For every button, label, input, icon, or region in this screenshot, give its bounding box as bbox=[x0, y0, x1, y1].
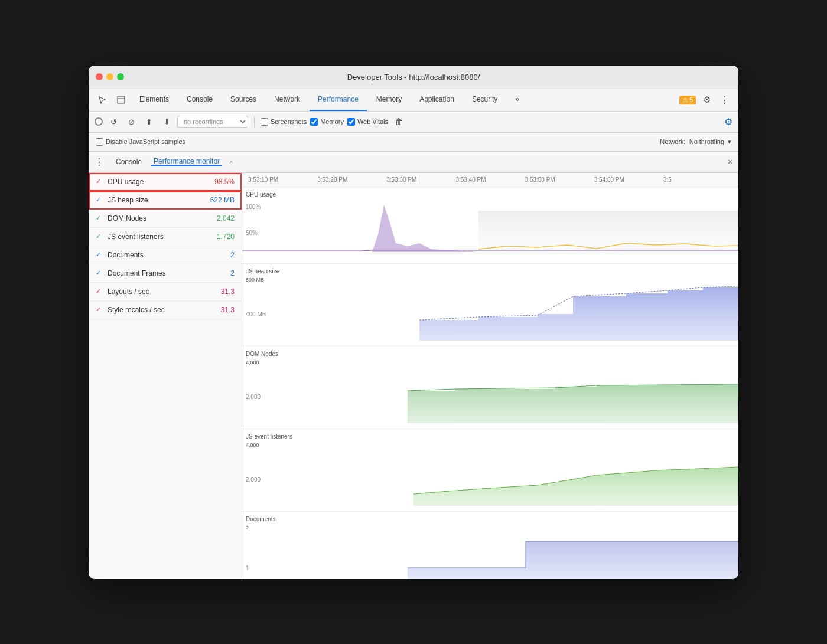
dom-nodes-chart: DOM Nodes4,000 2,000 bbox=[242, 346, 738, 429]
metric-js-event-listeners[interactable]: ✓ JS event listeners 1,720 bbox=[89, 228, 242, 246]
disable-js-samples-label[interactable]: Disable JavaScript samples bbox=[96, 138, 185, 146]
js-events-value: 1,720 bbox=[217, 233, 235, 241]
js-heap-chart-svg bbox=[242, 264, 738, 346]
disable-js-samples-checkbox[interactable] bbox=[96, 138, 103, 146]
time-label-1: 3:53:20 PM bbox=[317, 176, 386, 183]
cpu-50-label: 50% bbox=[246, 230, 258, 236]
recordings-select[interactable]: no recordings bbox=[177, 116, 248, 128]
time-label-6: 3:5 bbox=[663, 176, 732, 183]
documents-chart: Documents2 1 bbox=[242, 512, 738, 579]
documents-value: 2 bbox=[230, 251, 235, 259]
stop-recording-button[interactable]: ⊘ bbox=[124, 115, 138, 129]
style-recalcs-check-icon: ✓ bbox=[96, 306, 104, 313]
tab-network[interactable]: Network bbox=[266, 89, 308, 111]
warning-icon: ⚠ bbox=[682, 96, 688, 104]
traffic-lights bbox=[96, 73, 124, 80]
dom-nodes-label: DOM Nodes bbox=[108, 214, 213, 223]
time-label-3: 3:53:40 PM bbox=[455, 176, 525, 183]
more-options-icon[interactable]: ⋮ bbox=[717, 93, 731, 107]
cpu-usage-label: CPU usage bbox=[108, 178, 211, 186]
doc-frames-value: 2 bbox=[230, 269, 235, 277]
panel-tab-close-x[interactable]: × bbox=[229, 158, 233, 165]
screenshots-checkbox-label[interactable]: Screenshots bbox=[261, 118, 307, 126]
panel-tab-console[interactable]: Console bbox=[113, 158, 144, 166]
settings-icon[interactable]: ⚙ bbox=[699, 93, 714, 107]
cpu-check-icon: ✓ bbox=[96, 178, 104, 185]
metric-dom-nodes[interactable]: ✓ DOM Nodes 2,042 bbox=[89, 210, 242, 228]
panel-menu-icon[interactable]: ⋮ bbox=[95, 156, 104, 168]
minimize-traffic-light[interactable] bbox=[106, 73, 113, 80]
js-heap-check-icon: ✓ bbox=[96, 196, 104, 204]
layouts-value: 31.3 bbox=[221, 287, 235, 296]
metric-style-recalcs[interactable]: ✓ Style recalcs / sec 31.3 bbox=[89, 301, 242, 319]
js-events-chart-label: JS event listeners4,000 bbox=[246, 433, 292, 449]
web-vitals-checkbox[interactable] bbox=[347, 118, 355, 126]
charts-scroll[interactable]: CPU usage 100% 50% bbox=[242, 187, 738, 579]
maximize-traffic-light[interactable] bbox=[117, 73, 124, 80]
documents-chart-svg bbox=[242, 512, 738, 579]
main-content: ✓ CPU usage 98.5% ✓ JS heap size 622 MB … bbox=[89, 173, 738, 579]
screenshots-checkbox[interactable] bbox=[261, 118, 268, 126]
metrics-sidebar: ✓ CPU usage 98.5% ✓ JS heap size 622 MB … bbox=[89, 173, 242, 579]
metric-cpu-usage[interactable]: ✓ CPU usage 98.5% bbox=[89, 173, 242, 191]
upload-button[interactable]: ⬆ bbox=[142, 115, 156, 129]
cpu-usage-value: 98.5% bbox=[214, 178, 235, 186]
panel-icon[interactable] bbox=[112, 89, 130, 111]
cpu-chart-label: CPU usage bbox=[246, 191, 276, 199]
js-events-chart-svg bbox=[242, 429, 738, 512]
dom-nodes-check-icon: ✓ bbox=[96, 214, 104, 222]
memory-checkbox[interactable] bbox=[310, 118, 318, 126]
metric-layouts-sec[interactable]: ✓ Layouts / sec 31.3 bbox=[89, 283, 242, 301]
settings-gear-icon[interactable]: ⚙ bbox=[724, 117, 732, 127]
tab-elements[interactable]: Elements bbox=[131, 89, 177, 111]
layouts-check-icon: ✓ bbox=[96, 287, 104, 295]
cpu-usage-chart: CPU usage 100% 50% bbox=[242, 187, 738, 264]
delete-recordings-button[interactable]: 🗑 bbox=[392, 115, 406, 129]
js-events-check-icon: ✓ bbox=[96, 233, 104, 240]
panel-row: ⋮ Console Performance monitor × × bbox=[89, 152, 738, 173]
cursor-icon[interactable] bbox=[93, 89, 111, 111]
svg-rect-0 bbox=[118, 96, 125, 103]
panel-close-button[interactable]: × bbox=[728, 157, 732, 166]
time-label-2: 3:53:30 PM bbox=[386, 176, 455, 183]
time-label-5: 3:54:00 PM bbox=[594, 176, 663, 183]
tab-console[interactable]: Console bbox=[178, 89, 221, 111]
js-heap-chart: JS heap size800 MB 400 MB bbox=[242, 264, 738, 346]
style-recalcs-label: Style recalcs / sec bbox=[108, 306, 217, 314]
metric-documents[interactable]: ✓ Documents 2 bbox=[89, 246, 242, 264]
throttling-dropdown-icon[interactable]: ▾ bbox=[728, 138, 731, 146]
tab-bar: Elements Console Sources Network Perform… bbox=[89, 89, 738, 112]
js-events-2000-label: 2,000 bbox=[246, 476, 261, 483]
js-heap-chart-label: JS heap size800 MB bbox=[246, 267, 279, 284]
metric-js-heap-size[interactable]: ✓ JS heap size 622 MB bbox=[89, 191, 242, 210]
time-label-4: 3:53:50 PM bbox=[525, 176, 594, 183]
dom-nodes-chart-svg bbox=[242, 346, 738, 429]
dom-nodes-value: 2,042 bbox=[217, 214, 235, 223]
tab-memory[interactable]: Memory bbox=[368, 89, 410, 111]
metric-document-frames[interactable]: ✓ Document Frames 2 bbox=[89, 264, 242, 283]
tab-application[interactable]: Application bbox=[411, 89, 463, 111]
download-button[interactable]: ⬇ bbox=[159, 115, 174, 129]
layouts-label: Layouts / sec bbox=[108, 287, 217, 296]
tab-performance[interactable]: Performance bbox=[310, 89, 367, 111]
time-label-0: 3:53:10 PM bbox=[248, 176, 317, 183]
chart-area: 3:53:10 PM 3:53:20 PM 3:53:30 PM 3:53:40… bbox=[242, 173, 738, 579]
js-events-chart: JS event listeners4,000 2,000 bbox=[242, 429, 738, 512]
documents-label: Documents bbox=[108, 251, 227, 259]
record-button[interactable] bbox=[95, 117, 103, 126]
documents-chart-label: Documents2 bbox=[246, 515, 276, 532]
web-vitals-checkbox-label[interactable]: Web Vitals bbox=[347, 118, 388, 126]
memory-checkbox-label[interactable]: Memory bbox=[310, 118, 344, 126]
style-recalcs-value: 31.3 bbox=[221, 306, 235, 314]
tab-more[interactable]: » bbox=[507, 89, 528, 111]
tab-security[interactable]: Security bbox=[464, 89, 506, 111]
warning-badge[interactable]: ⚠ 5 bbox=[679, 96, 696, 104]
js-heap-label: JS heap size bbox=[108, 196, 207, 204]
close-traffic-light[interactable] bbox=[96, 73, 103, 80]
divider-1 bbox=[254, 116, 255, 127]
cpu-chart-svg bbox=[242, 187, 738, 264]
network-throttling-control: Network: No throttling ▾ bbox=[660, 138, 731, 146]
tab-sources[interactable]: Sources bbox=[222, 89, 265, 111]
panel-tab-monitor[interactable]: Performance monitor bbox=[151, 157, 222, 166]
reload-record-button[interactable]: ↺ bbox=[106, 115, 121, 129]
